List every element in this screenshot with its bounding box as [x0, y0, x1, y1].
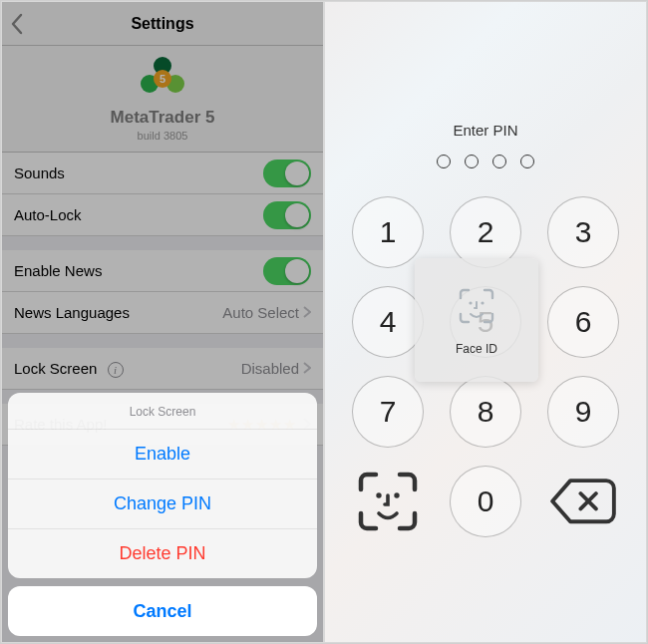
info-icon: i: [108, 362, 124, 378]
row-label: Enable News: [14, 262, 263, 279]
lock-screen-action-sheet: Lock Screen Enable Change PIN Delete PIN…: [8, 393, 317, 636]
svg-point-5: [376, 492, 381, 497]
row-label: Sounds: [14, 164, 263, 181]
row-sounds[interactable]: Sounds: [2, 153, 323, 194]
delete-pin-button[interactable]: Delete PIN: [8, 528, 317, 578]
pin-screen: Enter PIN 1 2 3 4 5 6 7 8 9 0: [324, 1, 647, 643]
pin-dot: [437, 155, 451, 168]
brand-build: build 3805: [2, 130, 323, 142]
action-sheet-group: Lock Screen Enable Change PIN Delete PIN: [8, 393, 317, 578]
key-7[interactable]: 7: [352, 376, 424, 448]
key-1[interactable]: 1: [352, 196, 424, 268]
row-autolock[interactable]: Auto-Lock: [2, 194, 323, 236]
sounds-toggle[interactable]: [263, 160, 311, 187]
settings-screen: Settings 5 MetaTrader 5 build 3805 Sound…: [1, 1, 324, 643]
chevron-right-icon: [303, 360, 311, 377]
pin-dot: [520, 155, 534, 168]
key-9[interactable]: 9: [547, 376, 619, 448]
faceid-icon: [352, 466, 424, 537]
row-label: News Languages: [14, 304, 222, 321]
faceid-label: Face ID: [456, 342, 497, 356]
brand-block: 5 MetaTrader 5 build 3805: [2, 46, 323, 153]
svg-point-8: [481, 301, 484, 304]
back-button[interactable]: [10, 2, 24, 45]
row-label: Lock Screen i: [14, 360, 241, 378]
backspace-key[interactable]: [547, 466, 619, 537]
key-0[interactable]: 0: [450, 466, 521, 537]
faceid-overlay: Face ID: [415, 258, 538, 382]
key-6[interactable]: 6: [547, 286, 619, 358]
action-sheet-title: Lock Screen: [8, 393, 317, 429]
row-enable-news[interactable]: Enable News: [2, 250, 323, 292]
chevron-right-icon: [303, 304, 311, 321]
nav-header: Settings: [2, 2, 323, 46]
cancel-group: Cancel: [8, 586, 317, 636]
faceid-key[interactable]: [352, 466, 424, 537]
change-pin-button[interactable]: Change PIN: [8, 479, 317, 528]
page-title: Settings: [131, 15, 193, 33]
enable-news-toggle[interactable]: [263, 257, 311, 285]
row-label: Auto-Lock: [14, 206, 263, 223]
pin-title: Enter PIN: [453, 122, 517, 139]
key-8[interactable]: 8: [450, 376, 521, 448]
svg-text:5: 5: [160, 73, 165, 85]
pin-dot: [465, 155, 479, 168]
key-4[interactable]: 4: [352, 286, 424, 358]
app-logo-icon: 5: [136, 52, 189, 106]
pin-dots: [437, 155, 534, 168]
chevron-left-icon: [10, 13, 24, 35]
backspace-icon: [547, 476, 619, 526]
enable-button[interactable]: Enable: [8, 429, 317, 479]
row-lock-screen[interactable]: Lock Screen i Disabled: [2, 348, 323, 390]
keypad: 1 2 3 4 5 6 7 8 9 0: [352, 196, 619, 537]
autolock-toggle[interactable]: [263, 201, 311, 229]
svg-point-7: [469, 301, 472, 304]
row-news-languages[interactable]: News Languages Auto Select: [2, 292, 323, 334]
cancel-button[interactable]: Cancel: [8, 586, 317, 636]
svg-point-6: [394, 492, 399, 497]
brand-name: MetaTrader 5: [2, 108, 323, 128]
key-3[interactable]: 3: [547, 196, 619, 268]
row-value: Disabled: [241, 360, 299, 377]
pin-dot: [492, 155, 506, 168]
row-value: Auto Select: [222, 304, 299, 321]
faceid-icon: [455, 284, 498, 332]
